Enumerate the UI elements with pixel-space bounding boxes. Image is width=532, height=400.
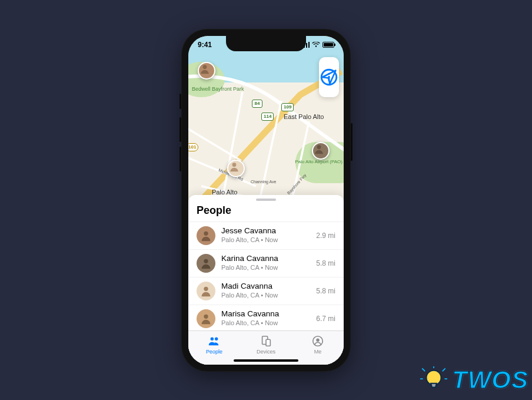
- sheet-title: People: [188, 203, 344, 222]
- lightbulb-icon: [420, 366, 447, 394]
- label-east-palo-alto: East Palo Alto: [284, 114, 324, 121]
- person-name: Karina Cavanna: [221, 254, 312, 264]
- person-name: Marisa Cavanna: [221, 309, 312, 319]
- svg-rect-11: [266, 339, 270, 346]
- label-bedwell: Bedwell Bayfront Park: [192, 87, 244, 92]
- route-badge-101: 101: [188, 143, 198, 151]
- person-icon: [228, 161, 240, 173]
- route-badge-84: 84: [252, 100, 262, 108]
- phone-frame: 9:41 101: [181, 29, 351, 372]
- svg-point-6: [204, 231, 208, 235]
- map-controls: [319, 57, 339, 97]
- devices-icon: [260, 335, 272, 348]
- watermark: TWOS: [420, 366, 528, 394]
- person-distance: 5.8 mi: [312, 259, 335, 267]
- route-badge-109: 109: [281, 103, 294, 111]
- map-pin-karina[interactable]: [312, 142, 330, 160]
- svg-point-2: [317, 145, 321, 149]
- label-channing: Channing Ave: [251, 180, 276, 184]
- person-icon: [200, 257, 212, 270]
- avatar: [197, 309, 215, 328]
- person-row[interactable]: Madi Cavanna Palo Alto, CA • Now 5.8 mi: [188, 277, 344, 305]
- people-sheet[interactable]: People Jesse Cavanna Palo Alto, CA • Now…: [188, 195, 344, 365]
- tab-label: People: [206, 349, 222, 355]
- avatar: [197, 282, 215, 300]
- people-icon: [208, 335, 221, 348]
- tab-label: Me: [314, 349, 322, 355]
- watermark-text: TWOS: [452, 366, 528, 394]
- svg-point-7: [204, 259, 208, 263]
- person-sub: Palo Alto, CA • Now: [221, 236, 312, 244]
- person-name: Madi Cavanna: [221, 282, 312, 292]
- people-list: Jesse Cavanna Palo Alto, CA • Now 2.9 mi…: [188, 222, 344, 330]
- avatar: [197, 254, 215, 273]
- notch: [226, 36, 306, 51]
- svg-line-17: [443, 369, 445, 371]
- svg-point-1: [232, 163, 237, 167]
- svg-point-13: [316, 338, 320, 342]
- screen: 9:41 101: [188, 36, 344, 365]
- svg-point-9: [204, 314, 208, 318]
- person-distance: 2.9 mi: [312, 232, 335, 240]
- person-name: Jesse Cavanna: [221, 226, 312, 236]
- vol-down-button: [179, 147, 181, 171]
- home-indicator[interactable]: [234, 359, 298, 362]
- location-arrow-icon: [319, 57, 339, 97]
- person-icon: [313, 143, 325, 155]
- sheet-grabber[interactable]: [256, 199, 276, 201]
- label-airport: Palo Alto Airport (PAO): [295, 160, 343, 164]
- person-sub: Palo Alto, CA • Now: [221, 319, 312, 328]
- person-icon: [199, 63, 211, 75]
- person-sub: Palo Alto, CA • Now: [221, 264, 312, 272]
- svg-line-16: [423, 369, 425, 371]
- person-sub: Palo Alto, CA • Now: [221, 292, 312, 300]
- power-button: [351, 123, 353, 161]
- person-row[interactable]: Karina Cavanna Palo Alto, CA • Now 5.8 m…: [188, 249, 344, 277]
- person-icon: [200, 312, 212, 325]
- route-badge-114: 114: [261, 113, 274, 121]
- person-icon: [200, 285, 212, 297]
- status-time: 9:41: [198, 41, 212, 49]
- tab-label: Devices: [257, 349, 275, 355]
- tab-people[interactable]: People: [188, 331, 240, 359]
- person-row[interactable]: Jesse Cavanna Palo Alto, CA • Now 2.9 mi: [188, 222, 344, 249]
- person-distance: 6.7 mi: [312, 315, 335, 323]
- map-pin-jesse[interactable]: [198, 62, 215, 80]
- me-icon: [311, 335, 324, 348]
- battery-icon: [322, 42, 334, 48]
- tab-devices[interactable]: Devices: [240, 331, 292, 359]
- silence-switch: [179, 94, 181, 109]
- vol-up-button: [179, 117, 181, 142]
- avatar: [197, 226, 215, 245]
- person-icon: [200, 229, 212, 242]
- map-pin-madi[interactable]: [227, 160, 245, 177]
- svg-point-8: [204, 286, 208, 290]
- person-row[interactable]: Marisa Cavanna Palo Alto, CA • Now 6.7 m…: [188, 305, 344, 330]
- locate-button[interactable]: [319, 77, 339, 97]
- tab-me[interactable]: Me: [292, 331, 344, 359]
- person-distance: 5.8 mi: [312, 287, 335, 295]
- wifi-icon: [312, 42, 320, 48]
- svg-point-0: [203, 65, 207, 69]
